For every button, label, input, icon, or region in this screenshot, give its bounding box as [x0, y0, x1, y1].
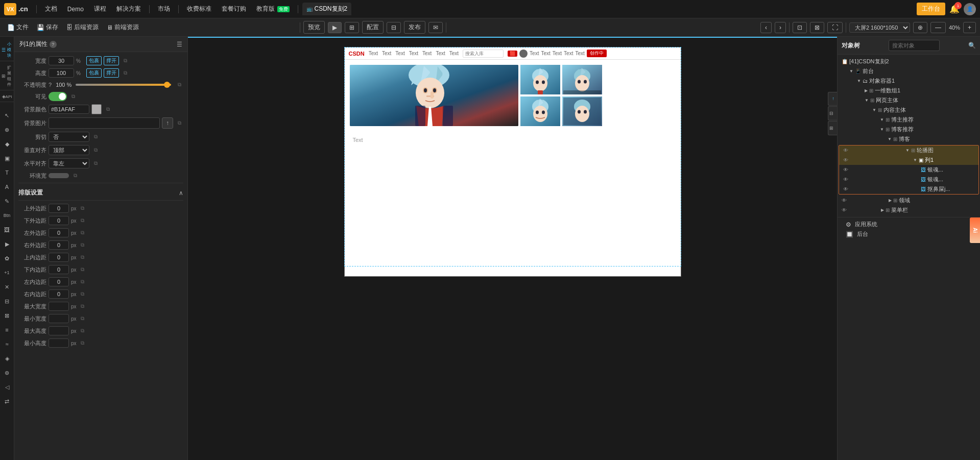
sidebar-star-btn[interactable]: ✿ [1, 252, 14, 265]
nav-package[interactable]: 套餐订购 [218, 3, 250, 15]
max-height-input[interactable] [49, 326, 69, 335]
margin-bottom-input[interactable] [49, 216, 69, 225]
width-stretch-tag[interactable]: 撑开 [104, 56, 119, 65]
tree-appsystem[interactable]: ⚙ 应用系统 [838, 220, 980, 229]
file-button[interactable]: 📄 文件 [4, 21, 32, 33]
tree-webpage[interactable]: ▼ ⊞ 网页主体 [838, 95, 980, 105]
bg-color-input[interactable] [49, 105, 89, 114]
margin-left-copy-btn[interactable]: ⧉ [79, 229, 87, 237]
width-copy-btn[interactable]: ⧉ [121, 57, 129, 65]
configure-button[interactable]: 配置 [362, 21, 384, 34]
width-input[interactable] [49, 56, 74, 65]
margin-right-copy-btn[interactable]: ⧉ [79, 241, 87, 249]
tree-blogrecommend2[interactable]: ▼ ⊞ 博客推荐 [838, 125, 980, 134]
padding-right-input[interactable] [49, 289, 69, 299]
sidebar-font-btn[interactable]: A [1, 180, 14, 193]
upload-button[interactable]: ↑ [162, 117, 173, 129]
canvas-search-input[interactable] [463, 50, 504, 58]
nav-docs[interactable]: 文档 [41, 3, 61, 15]
nav-market[interactable]: 市场 [154, 3, 174, 15]
sidebar-arrows-btn[interactable]: ⇄ [1, 395, 14, 408]
nav-solution[interactable]: 解决方案 [112, 3, 145, 15]
object-tree-search[interactable] [889, 40, 940, 51]
sidebar-button-btn[interactable]: Btn [1, 209, 14, 222]
sidebar-grid-btn[interactable]: ▣ [1, 152, 14, 165]
layout-section-toggle[interactable]: ∧ [179, 189, 183, 197]
env-width-copy-btn[interactable]: ⧉ [71, 172, 79, 180]
split-button[interactable]: ⊠ [810, 22, 824, 33]
max-width-copy-btn[interactable]: ⧉ [79, 302, 87, 310]
tree-blog[interactable]: ▼ ⊞ 博客 [838, 134, 980, 144]
nav-prev-button[interactable]: ‹ [760, 22, 772, 33]
tree-root[interactable]: 📋 [41]CSDN复刻2 [838, 57, 980, 66]
bg-image-copy-btn[interactable]: ⧉ [175, 119, 183, 127]
clip-select[interactable]: 否 [49, 132, 89, 142]
help-icon[interactable]: ? [50, 41, 57, 48]
tree-carousel[interactable]: 👁 ▼ ⊞ 轮播图 [839, 146, 978, 155]
sidebar-layout1-btn[interactable]: ⊟ [1, 295, 14, 308]
extend-btn[interactable]: ⊞ 扩展组件 [1, 63, 14, 89]
min-width-input[interactable] [49, 314, 69, 323]
tree-container1[interactable]: ▼ 🗂 对象容器1 [838, 76, 980, 86]
valign-copy-btn[interactable]: ⧉ [91, 146, 100, 154]
opacity-slider[interactable] [76, 84, 171, 86]
canvas-create-btn[interactable]: 创作中 [587, 50, 607, 57]
padding-top-input[interactable] [49, 253, 69, 262]
max-height-copy-btn[interactable]: ⧉ [79, 327, 87, 335]
screen-copy-button[interactable]: ⊕ [913, 22, 927, 33]
width-wrap-tag[interactable]: 包裹 [86, 56, 102, 65]
tree-menu[interactable]: 👁 ▶ ⊞ 菜单栏 [838, 205, 980, 215]
nav-demo[interactable]: Demo [63, 4, 88, 15]
sidebar-diamond-btn[interactable]: ◆ [1, 137, 14, 151]
screen-toggle-button[interactable]: ⊞ [345, 22, 359, 33]
ai-float-button[interactable]: Ai [970, 217, 980, 243]
api-btn[interactable]: ◈ API [1, 92, 14, 101]
tree-array1[interactable]: ▶ ⊞ 一维数组1 [838, 86, 980, 95]
small-module-btn[interactable]: ☰ 小模块 [1, 40, 14, 60]
tree-domain[interactable]: 👁 ▶ ⊞ 领域 [838, 196, 980, 205]
panel-menu-icon[interactable]: ☰ [177, 41, 182, 48]
height-stretch-tag[interactable]: 撑开 [104, 68, 119, 78]
padding-left-copy-btn[interactable]: ⧉ [79, 278, 87, 286]
min-width-copy-btn[interactable]: ⧉ [79, 314, 87, 323]
sidebar-image-btn[interactable]: 🖼 [1, 223, 14, 236]
min-height-copy-btn[interactable]: ⧉ [79, 339, 87, 347]
tree-image1[interactable]: 👁 🖼 银魂... [839, 165, 978, 175]
sidebar-close-btn[interactable]: ✕ [1, 280, 14, 294]
layout-button[interactable]: ⊟ [387, 22, 401, 33]
sidebar-video-btn[interactable]: ▶ [1, 237, 14, 251]
search-icon[interactable]: 🔍 [968, 42, 976, 49]
tree-image3[interactable]: 👁 🖼 抠鼻屎j... [839, 184, 978, 194]
zoom-in-button[interactable]: + [963, 22, 976, 33]
tree-image2[interactable]: 👁 🖼 银魂... [839, 175, 978, 184]
side-tab-1[interactable]: ← [828, 92, 837, 106]
frontend-resource-button[interactable]: 🖥 前端资源 [104, 21, 142, 33]
sidebar-target-btn[interactable]: ⊛ [1, 366, 14, 379]
sidebar-pen-btn[interactable]: ✎ [1, 195, 14, 208]
visible-copy-btn[interactable]: ⧉ [69, 92, 77, 101]
save-button[interactable]: 💾 保存 [34, 21, 61, 33]
preview-button[interactable]: 预览 [303, 21, 325, 34]
sidebar-text-btn[interactable]: T [1, 166, 14, 179]
tree-blogrecommend[interactable]: ▼ ⊞ 博主推荐 [838, 115, 980, 125]
sidebar-left-arrow-btn[interactable]: ◁ [1, 380, 14, 394]
fullscreen-button[interactable]: ⛶ [827, 22, 843, 33]
padding-top-copy-btn[interactable]: ⧉ [79, 253, 87, 261]
padding-right-copy-btn[interactable]: ⧉ [79, 290, 87, 298]
valign-select[interactable]: 顶部 [49, 145, 89, 155]
max-width-input[interactable] [49, 302, 69, 311]
tree-backend[interactable]: 🔲 后台 [838, 229, 980, 239]
publish-button[interactable]: 发布 [404, 21, 425, 34]
height-input[interactable] [49, 68, 74, 78]
sidebar-wave-btn[interactable]: ≈ [1, 337, 14, 351]
nav-course[interactable]: 课程 [90, 3, 110, 15]
padding-bottom-input[interactable] [49, 265, 69, 274]
workspace-button[interactable]: 工作台 [917, 3, 945, 15]
clip-copy-btn[interactable]: ⧉ [91, 133, 100, 141]
nav-pricing[interactable]: 收费标准 [183, 3, 216, 15]
tree-qiantai[interactable]: ▼ 📱 前台 [838, 66, 980, 76]
bg-color-preview[interactable] [91, 104, 102, 114]
sidebar-layout2-btn[interactable]: ⊠ [1, 309, 14, 322]
send-button[interactable]: ✉ [428, 22, 443, 33]
env-width-slider[interactable] [49, 173, 69, 178]
